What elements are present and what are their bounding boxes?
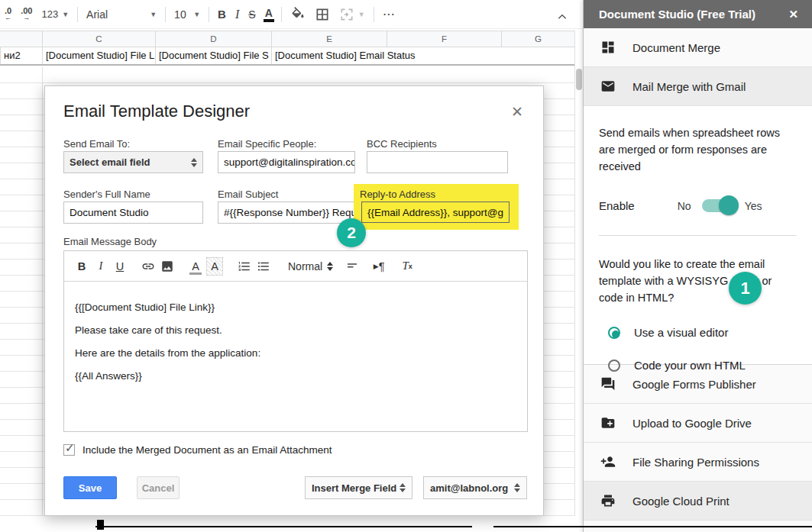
toggle-knob <box>719 195 739 215</box>
sender-name-label: Sender's Full Name <box>63 189 150 200</box>
increase-decimal-button[interactable]: .00→ <box>16 5 37 24</box>
subject-label: Email Subject <box>218 189 278 200</box>
merge-cells-button[interactable]: ▼ <box>335 5 370 24</box>
bold-button[interactable]: B <box>213 5 231 24</box>
paragraph-direction-button[interactable]: ▶¶ <box>370 257 387 276</box>
sidebar-item-upload-drive[interactable]: Upload to Google Drive <box>584 404 812 443</box>
font-family-value: Arial <box>86 8 108 21</box>
caret-down-icon: ▼ <box>358 11 365 18</box>
decrease-decimal-button[interactable]: .0← <box>0 5 16 24</box>
replyto-input[interactable]: {{Email Address}}, support@g <box>361 202 510 223</box>
bold-button[interactable]: B <box>73 257 90 276</box>
sidebar-header: Document Studio (Free Trial) ✕ <box>584 0 812 28</box>
more-options-button[interactable]: ⋯ <box>378 5 400 24</box>
fill-color-icon <box>290 7 306 22</box>
toolbar-divider <box>374 7 374 22</box>
select-arrows-icon[interactable] <box>327 262 333 271</box>
link-icon <box>141 260 155 273</box>
borders-button[interactable] <box>310 5 335 24</box>
replyto-label: Reply-to Address <box>360 189 435 200</box>
bcc-input[interactable] <box>367 151 508 173</box>
progress-bar-segment <box>493 526 812 527</box>
editor-line: Here are the details from the applicatio… <box>75 347 516 360</box>
enable-toggle[interactable] <box>702 199 734 212</box>
font-size-value: 10 <box>174 8 186 21</box>
bullet-list-button[interactable] <box>255 257 272 276</box>
background-color-button[interactable]: A <box>206 257 223 276</box>
attachment-option-row: ✓ Include the Merged Document as an Emai… <box>63 444 332 456</box>
insert-image-button[interactable] <box>159 257 176 276</box>
clear-formatting-button[interactable]: Tx <box>399 257 416 276</box>
sender-email-dropdown[interactable]: amit@labnol.org <box>423 476 527 499</box>
italic-button[interactable]: I <box>231 5 244 24</box>
more-formats-button[interactable]: 123▼ <box>37 5 73 24</box>
insert-link-button[interactable] <box>140 257 157 276</box>
send-to-dropdown[interactable]: Select email field <box>63 151 203 173</box>
column-header-d[interactable]: D <box>155 31 271 47</box>
image-icon <box>160 260 174 273</box>
fill-color-button[interactable] <box>286 5 310 24</box>
line-spacing-button[interactable] <box>344 257 361 276</box>
column-header-g[interactable]: G <box>501 31 574 47</box>
radio-selected-icon <box>608 327 620 339</box>
progress-marker <box>97 520 104 530</box>
specific-people-input[interactable]: support@digitalinspiration.com <box>218 151 355 173</box>
sidebar-title: Document Studio (Free Trial) <box>599 8 755 21</box>
font-family-dropdown[interactable]: Arial▼ <box>82 5 161 24</box>
sidebar-item-document-merge[interactable]: Document Merge <box>584 28 812 67</box>
close-icon[interactable]: ✕ <box>788 8 798 21</box>
caret-down-icon: ▼ <box>193 11 200 18</box>
font-size-dropdown[interactable]: 10▼ <box>170 5 205 24</box>
bullet-list-icon <box>257 260 270 273</box>
sidebar-item-sharing-permissions[interactable]: File Sharing Permissions <box>584 443 812 482</box>
specific-people-label: Email Specific People: <box>218 138 316 150</box>
caret-down-icon: ▼ <box>150 11 157 18</box>
vertical-scrollbar[interactable] <box>576 69 582 90</box>
step-2-badge: 2 <box>337 218 366 247</box>
toolbar-divider <box>209 7 209 22</box>
editor-line: {{All Answers}} <box>75 369 516 382</box>
cancel-button[interactable]: Cancel <box>137 476 180 499</box>
column-header-f[interactable]: F <box>387 31 501 47</box>
divider <box>599 235 797 236</box>
sender-name-input[interactable]: Document Studio <box>63 202 203 224</box>
send-to-label: Send Email To: <box>63 138 130 150</box>
more-icon: ⋯ <box>383 7 396 21</box>
text-color-button[interactable]: A <box>187 257 204 276</box>
cell-e1[interactable]: [Document Studio] Email Status <box>271 47 574 64</box>
sidebar-item-mail-merge[interactable]: Mail Merge with Gmail <box>584 67 812 106</box>
editor-content[interactable]: {{[Document Studio] File Link}} Please t… <box>64 282 527 382</box>
paragraph-style-dropdown[interactable]: Normal <box>288 260 322 272</box>
sidebar-item-label: Document Merge <box>632 41 720 54</box>
cell-d1[interactable]: [Document Studio] File S <box>155 47 271 64</box>
subject-input[interactable]: #{{Response Number}} Reque <box>218 202 355 224</box>
italic-icon: I <box>235 8 239 21</box>
text-color-icon: A <box>265 7 273 21</box>
italic-button[interactable]: I <box>92 257 109 276</box>
numbered-list-button[interactable] <box>236 257 253 276</box>
message-body-label: Email Message Body <box>63 236 157 247</box>
cell-b1[interactable]: ни2 <box>0 47 42 64</box>
column-header-c[interactable]: C <box>42 31 155 47</box>
cell-c1[interactable]: [Document Studio] File L <box>42 47 155 64</box>
insert-merge-field-dropdown[interactable]: Insert Merge Field <box>305 476 412 499</box>
column-header-e[interactable]: E <box>271 31 387 47</box>
select-arrows-icon <box>191 158 197 167</box>
save-button[interactable]: Save <box>63 476 117 499</box>
envelope-icon <box>600 79 616 94</box>
strikethrough-button[interactable]: S <box>244 5 260 24</box>
collapse-toolbar-button[interactable] <box>552 7 572 27</box>
attachment-checkbox[interactable]: ✓ <box>63 444 75 456</box>
sheet-row-1: ни2 [Document Studio] File L [Document S… <box>0 47 574 66</box>
text-color-button[interactable]: A <box>260 5 277 24</box>
sidebar-item-cloud-print[interactable]: Google Cloud Print <box>584 482 812 521</box>
sidebar-item-label: Google Forms Publisher <box>632 378 756 391</box>
pilcrow-icon: ¶ <box>379 260 385 272</box>
bold-icon: B <box>218 8 226 21</box>
radio-visual-editor[interactable]: Use a visual editor <box>608 326 797 339</box>
numbered-list-icon <box>238 260 251 273</box>
dialog-title: Email Template Designer <box>63 102 250 121</box>
chevron-up-icon <box>557 11 568 22</box>
close-icon[interactable]: ✕ <box>511 103 523 121</box>
underline-button[interactable]: U <box>112 257 128 276</box>
